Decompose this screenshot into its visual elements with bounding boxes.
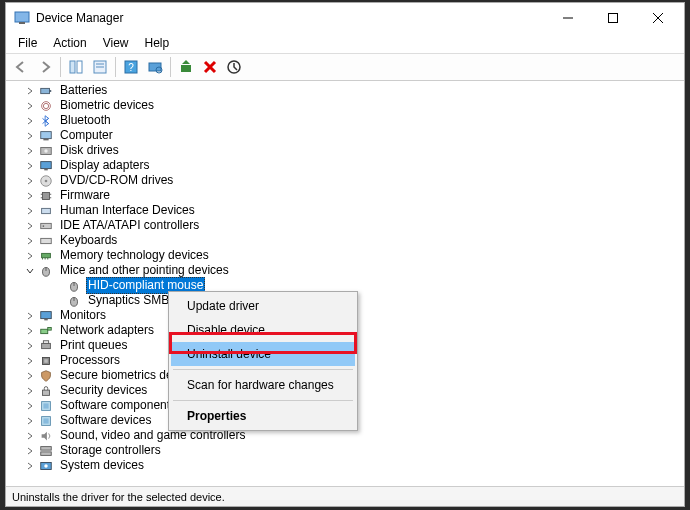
close-button[interactable] [635, 4, 680, 32]
tree-category[interactable]: Storage controllers [6, 443, 684, 458]
forward-button[interactable] [34, 56, 56, 78]
chevron-right-icon[interactable] [24, 250, 36, 262]
computer-icon [38, 129, 54, 143]
chevron-right-icon[interactable] [24, 85, 36, 97]
toolbar-separator [170, 57, 171, 77]
chevron-right-icon[interactable] [24, 325, 36, 337]
svg-rect-24 [43, 138, 48, 140]
chevron-right-icon[interactable] [24, 205, 36, 217]
tree-category[interactable]: DVD/CD-ROM drives [6, 173, 684, 188]
svg-rect-37 [41, 223, 52, 228]
tree-label: System devices [58, 458, 146, 473]
svg-rect-36 [42, 208, 51, 213]
tree-label: Mice and other pointing devices [58, 263, 231, 278]
chevron-right-icon[interactable] [24, 310, 36, 322]
context-menu-item[interactable]: Uninstall device [171, 342, 355, 366]
status-text: Uninstalls the driver for the selected d… [12, 491, 225, 503]
update-driver-button[interactable] [175, 56, 197, 78]
chip-icon [38, 189, 54, 203]
app-icon [14, 10, 30, 26]
toolbar-separator [115, 57, 116, 77]
chevron-right-icon[interactable] [24, 235, 36, 247]
svg-rect-54 [41, 329, 48, 333]
tree-category[interactable]: Biometric devices [6, 98, 684, 113]
chevron-right-icon[interactable] [24, 460, 36, 472]
display-icon [38, 159, 54, 173]
svg-point-38 [43, 225, 45, 227]
chevron-right-icon[interactable] [24, 400, 36, 412]
security-icon [38, 384, 54, 398]
menu-action[interactable]: Action [45, 34, 94, 52]
properties-button[interactable] [89, 56, 111, 78]
tree-category[interactable]: Keyboards [6, 233, 684, 248]
chevron-right-icon[interactable] [24, 370, 36, 382]
svg-rect-64 [43, 418, 48, 423]
back-button[interactable] [10, 56, 32, 78]
mouse-icon [66, 279, 82, 293]
chevron-right-icon[interactable] [24, 190, 36, 202]
tree-category[interactable]: System devices [6, 458, 684, 473]
menu-help[interactable]: Help [137, 34, 178, 52]
battery-icon [38, 84, 54, 98]
svg-rect-60 [43, 390, 50, 395]
context-menu: Update driverDisable deviceUninstall dev… [168, 291, 358, 431]
chevron-right-icon[interactable] [24, 130, 36, 142]
svg-rect-59 [44, 359, 48, 363]
context-menu-item[interactable]: Properties [171, 404, 355, 428]
svg-rect-0 [15, 12, 29, 22]
chevron-right-icon[interactable] [24, 115, 36, 127]
chevron-right-icon[interactable] [24, 385, 36, 397]
tree-category[interactable]: Computer [6, 128, 684, 143]
tree-label: Processors [58, 353, 122, 368]
chevron-right-icon[interactable] [24, 445, 36, 457]
toolbar: ? [6, 53, 684, 81]
tree-category[interactable]: Mice and other pointing devices [6, 263, 684, 278]
tree-category[interactable]: Human Interface Devices [6, 203, 684, 218]
chevron-right-icon[interactable] [24, 100, 36, 112]
minimize-button[interactable] [545, 4, 590, 32]
svg-rect-31 [43, 192, 50, 199]
toolbar-separator [60, 57, 61, 77]
svg-rect-52 [41, 311, 52, 318]
maximize-button[interactable] [590, 4, 635, 32]
tree-category[interactable]: Firmware [6, 188, 684, 203]
menu-file[interactable]: File [10, 34, 45, 52]
context-menu-item[interactable]: Update driver [171, 294, 355, 318]
tree-label: IDE ATA/ATAPI controllers [58, 218, 201, 233]
tree-category[interactable]: Disk drives [6, 143, 684, 158]
chevron-right-icon[interactable] [24, 175, 36, 187]
uninstall-device-button[interactable] [199, 56, 221, 78]
context-menu-item[interactable]: Disable device [171, 318, 355, 342]
help-button[interactable]: ? [120, 56, 142, 78]
show-hide-tree-button[interactable] [65, 56, 87, 78]
tree-label: Firmware [58, 188, 112, 203]
tree-category[interactable]: Memory technology devices [6, 248, 684, 263]
tree-label: Biometric devices [58, 98, 156, 113]
expander-spacer [52, 295, 64, 307]
context-menu-item[interactable]: Scan for hardware changes [171, 373, 355, 397]
menu-view[interactable]: View [95, 34, 137, 52]
chevron-right-icon[interactable] [24, 340, 36, 352]
chevron-right-icon[interactable] [24, 160, 36, 172]
tree-label: Software devices [58, 413, 153, 428]
svg-rect-6 [70, 61, 75, 73]
chevron-down-icon[interactable] [24, 265, 36, 277]
chevron-right-icon[interactable] [24, 430, 36, 442]
tree-category[interactable]: Bluetooth [6, 113, 684, 128]
mouse-icon [66, 294, 82, 308]
tree-category[interactable]: Display adapters [6, 158, 684, 173]
printer-icon [38, 339, 54, 353]
svg-point-22 [43, 103, 48, 108]
chevron-right-icon[interactable] [24, 220, 36, 232]
disable-device-button[interactable] [223, 56, 245, 78]
tree-category[interactable]: IDE ATA/ATAPI controllers [6, 218, 684, 233]
scan-hardware-button[interactable] [144, 56, 166, 78]
chevron-right-icon[interactable] [24, 355, 36, 367]
mouse-icon [38, 264, 54, 278]
ide-icon [38, 219, 54, 233]
tree-category[interactable]: Batteries [6, 83, 684, 98]
svg-rect-28 [44, 168, 48, 170]
chevron-right-icon[interactable] [24, 145, 36, 157]
chevron-right-icon[interactable] [24, 415, 36, 427]
tree-label: Storage controllers [58, 443, 163, 458]
